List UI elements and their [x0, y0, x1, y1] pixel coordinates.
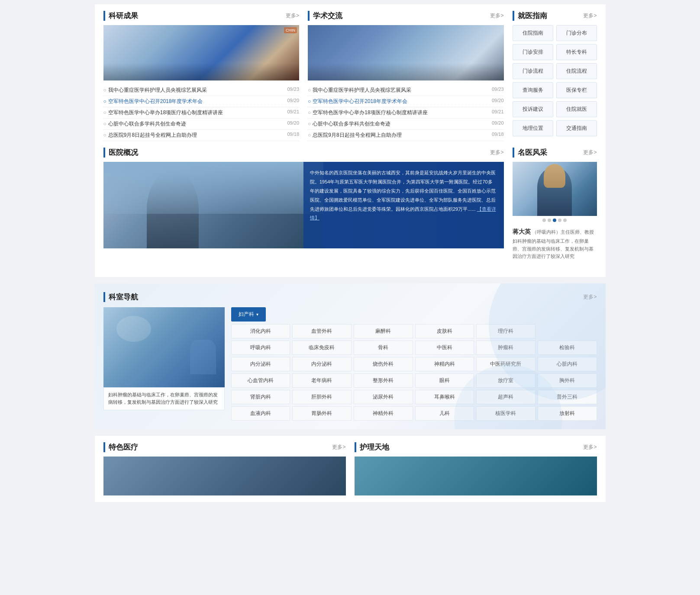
guide-btn-1[interactable]: 门诊分布: [556, 25, 597, 41]
research-news-4[interactable]: ○总医院9月8日起挂号全程网上自助办理: [103, 132, 197, 139]
dept-cell[interactable]: 麻醉科: [354, 324, 413, 338]
research-more[interactable]: 更多>: [286, 12, 299, 19]
academic-image: [308, 25, 504, 80]
dept-grid-row-0: 消化内科 血管外科 麻醉科 皮肤科 理疗科: [231, 324, 597, 338]
dept-cell[interactable]: 放射科: [538, 406, 597, 421]
dept-cell[interactable]: 烧伤外科: [354, 357, 413, 371]
guide-btn-0[interactable]: 住院指南: [513, 25, 553, 41]
academic-more[interactable]: 更多>: [490, 12, 503, 19]
dept-cell[interactable]: 临床免疫科: [292, 341, 352, 355]
famous-doctor-more[interactable]: 更多>: [583, 149, 597, 156]
guide-btn-6[interactable]: 查询服务: [513, 82, 553, 98]
academic-news-4[interactable]: ○总医院9月8日起挂号全程网上自助办理: [308, 132, 402, 139]
academic-news-1[interactable]: ○空军特色医学中心召开2018年度学术年会: [308, 98, 407, 105]
special-medical-more[interactable]: 更多>: [332, 444, 345, 451]
dept-cell[interactable]: 肝胆外科: [292, 390, 352, 404]
research-title: 科研成果: [109, 11, 138, 21]
dept-grid-row-4: 肾脏内科 肝胆外科 泌尿外科 耳鼻喉科 超声科 普外三科: [231, 390, 597, 404]
overview-title: 医院概况: [109, 148, 138, 158]
guide-grid: 住院指南 门诊分布 门诊安排 特长专科 门诊流程 住院流程 查询服务 医保专栏 …: [513, 25, 597, 136]
dept-cell[interactable]: 理疗科: [476, 324, 535, 338]
nursing-more[interactable]: 更多>: [583, 444, 597, 451]
doctor-dots: [513, 216, 597, 225]
dept-cell[interactable]: 神精外科: [354, 406, 413, 421]
special-medical-title: 特色医疗: [109, 442, 138, 452]
dept-cell[interactable]: 消化内科: [231, 324, 290, 338]
special-medical-image: [103, 457, 346, 495]
guide-btn-9[interactable]: 住院就医: [556, 101, 597, 117]
dept-cell[interactable]: 泌尿外科: [354, 390, 413, 404]
guide-btn-5[interactable]: 住院流程: [556, 63, 597, 79]
dot-3[interactable]: [553, 219, 556, 222]
guide-btn-3[interactable]: 特长专科: [556, 44, 597, 60]
overview-section: 医院概况 更多> 中外知名的西京医院坐落在美丽的古城西安，其前身是延安抗战烽火岁…: [103, 148, 504, 264]
dept-cell[interactable]: 血管外科: [292, 324, 352, 338]
dept-cell[interactable]: 内分泌科: [231, 357, 290, 371]
dept-cell[interactable]: 呼吸内科: [231, 341, 290, 355]
dept-cell[interactable]: 胸外科: [538, 373, 597, 388]
dept-cell[interactable]: 老年病科: [292, 373, 352, 388]
overview-text-box: 中外知名的西京医院坐落在美丽的古城西安，其前身是延安抗战烽火岁月里诞生的中央医院…: [303, 162, 504, 248]
dot-2[interactable]: [548, 219, 551, 222]
academic-section: 学术交流 更多> ○我中心重症医学科护理人员央视综艺展风采 09/23 ○空军特…: [308, 11, 504, 141]
dept-cell[interactable]: 超声科: [476, 390, 535, 404]
dept-cell[interactable]: 心脏内科: [538, 357, 597, 371]
academic-news-2[interactable]: ○空军特色医学中心举办18项医疗核心制度精讲讲座: [308, 109, 428, 116]
dept-tab-active[interactable]: 妇产科 ▾: [231, 307, 266, 322]
research-news-2[interactable]: ○空军特色医学中心举办18项医疗核心制度精讲讲座: [103, 109, 223, 116]
dept-grid-row-5: 血液内科 胃肠外科 神精外科 儿科 核医学科 放射科: [231, 406, 597, 421]
guide-btn-10[interactable]: 地理位置: [513, 120, 553, 136]
research-news-0[interactable]: ○我中心重症医学科护理人员央视综艺展风采: [103, 87, 207, 94]
overview-text: 中外知名的西京医院坐落在美丽的古城西安，其前身是延安抗战烽火岁月里诞生的中央医院…: [310, 170, 496, 212]
dept-grid-row-2: 内分泌科 内分泌科 烧伤外科 神精内科 中医药研究所 心脏内科: [231, 357, 597, 371]
dept-grid-row-3: 心血管内科 老年病科 整形外科 眼科 放疗室 胸外科: [231, 373, 597, 388]
dept-cell[interactable]: 肾脏内科: [231, 390, 290, 404]
nursing-section: 护理天地 更多>: [355, 442, 597, 495]
academic-news-0[interactable]: ○我中心重症医学科护理人员央视综艺展风采: [308, 87, 411, 94]
doctor-title: （呼吸内科）主任医师、教授: [532, 229, 594, 235]
dept-cell[interactable]: 整形外科: [354, 373, 413, 388]
research-news-3[interactable]: ○心脏中心联合多学科共创生命奇迹: [103, 120, 186, 128]
dept-cell[interactable]: 中医药研究所: [476, 357, 535, 371]
research-news-1[interactable]: ○空军特色医学中心召开2018年度学术年会: [103, 98, 203, 105]
dept-grid-container: 妇产科 ▾ 消化内科 血管外科 麻醉科 皮肤科 理疗科 呼吸内科: [231, 307, 597, 421]
dept-cell[interactable]: 检验科: [538, 341, 597, 355]
dept-cell[interactable]: 中医科: [415, 341, 474, 355]
dept-cell[interactable]: 神精内科: [415, 357, 474, 371]
dot-5[interactable]: [563, 219, 567, 222]
dept-cell[interactable]: 骨科: [354, 341, 413, 355]
bottom-sections: 特色医疗 更多> 护理天地 更多>: [103, 442, 597, 495]
dept-cell[interactable]: 内分泌科: [292, 357, 352, 371]
guide-more[interactable]: 更多>: [583, 12, 597, 19]
doctor-name: 蒋大英 （呼吸内科）主任医师、教授: [513, 228, 597, 236]
guide-btn-11[interactable]: 交通指南: [556, 120, 597, 136]
dot-1[interactable]: [542, 219, 546, 222]
guide-btn-4[interactable]: 门诊流程: [513, 63, 553, 79]
dept-cell[interactable]: 皮肤科: [415, 324, 474, 338]
dot-4[interactable]: [558, 219, 561, 222]
dept-cell[interactable]: 血液内科: [231, 406, 290, 421]
guide-btn-2[interactable]: 门诊安排: [513, 44, 553, 60]
overview-more[interactable]: 更多>: [490, 149, 503, 156]
dept-cell[interactable]: 胃肠外科: [292, 406, 352, 421]
nursing-title: 护理天地: [360, 442, 389, 452]
dept-cell[interactable]: 放疗室: [476, 373, 535, 388]
dept-cell[interactable]: 肿瘤科: [476, 341, 535, 355]
doctor-desc: 妇科肿瘤的基础与临床工作，在卵巢癌、宫颈癌的发病转移、复发机制与基因治疗方面进行…: [513, 238, 597, 261]
dept-cell[interactable]: 儿科: [415, 406, 474, 421]
dept-cell[interactable]: 耳鼻喉科: [415, 390, 474, 404]
guide-btn-8[interactable]: 投诉建议: [513, 101, 553, 117]
famous-doctor-title: 名医风采: [518, 148, 547, 158]
guide-btn-7[interactable]: 医保专栏: [556, 82, 597, 98]
dept-tab-row: 妇产科 ▾: [231, 307, 597, 322]
dept-cell[interactable]: 心血管内科: [231, 373, 290, 388]
academic-news-3[interactable]: ○心脏中心联合多学科共创生命奇迹: [308, 120, 390, 128]
dept-nav-title: 科室导航: [109, 292, 138, 302]
dept-cell[interactable]: 普外三科: [538, 390, 597, 404]
guide-title: 就医指南: [518, 11, 547, 21]
dept-nav-more[interactable]: 更多>: [583, 293, 597, 301]
dept-cell[interactable]: 核医学科: [476, 406, 535, 421]
dept-cell[interactable]: 眼科: [415, 373, 474, 388]
guide-section: 就医指南 更多> 住院指南 门诊分布 门诊安排 特长专科 门诊流程 住院流程 查…: [513, 11, 597, 141]
dept-grid-row-1: 呼吸内科 临床免疫科 骨科 中医科 肿瘤科 检验科: [231, 341, 597, 355]
